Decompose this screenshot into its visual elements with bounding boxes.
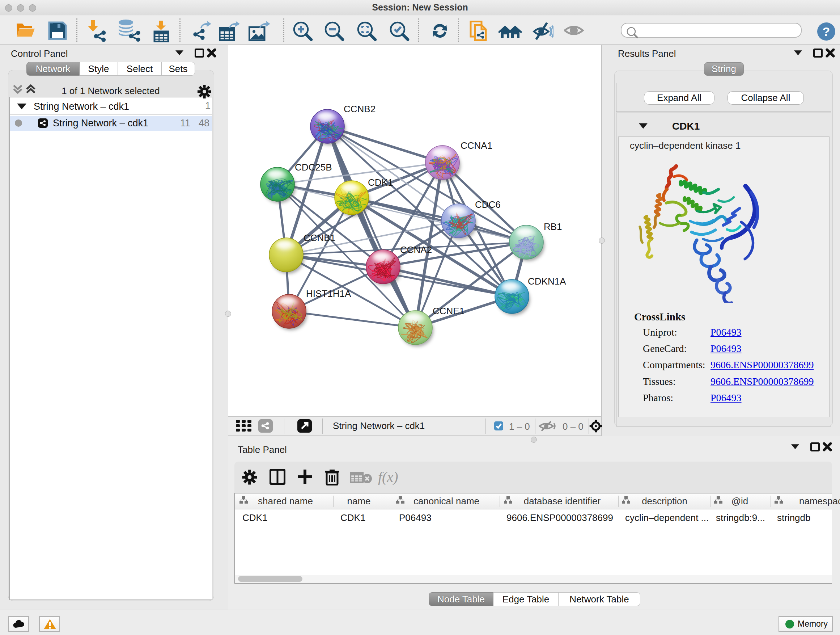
svg-text:?: ? xyxy=(823,25,830,38)
svg-text:CDC25B: CDC25B xyxy=(295,162,332,173)
svg-text:HIST1H1A: HIST1H1A xyxy=(306,288,351,299)
svg-text:CDK1: CDK1 xyxy=(368,177,393,188)
svg-text:CDKN1A: CDKN1A xyxy=(528,276,566,287)
svg-text:CCNA2: CCNA2 xyxy=(400,244,432,255)
svg-text:CCNE1: CCNE1 xyxy=(433,306,464,317)
svg-text:RB1: RB1 xyxy=(544,221,562,232)
svg-text:CCNB2: CCNB2 xyxy=(344,103,376,114)
svg-text:CCNB1: CCNB1 xyxy=(303,233,335,243)
svg-text:CCNA1: CCNA1 xyxy=(461,140,493,151)
svg-text:CDC6: CDC6 xyxy=(475,199,501,210)
svg-text:f(x): f(x) xyxy=(378,469,398,485)
